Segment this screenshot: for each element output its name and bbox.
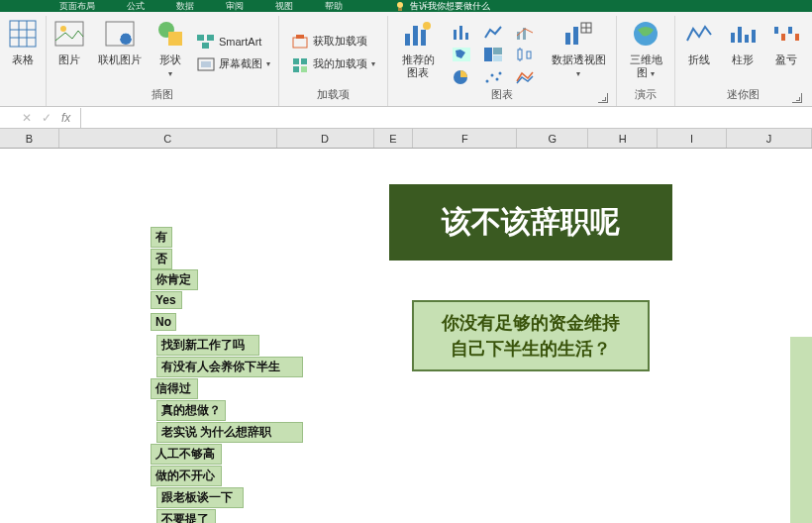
svg-rect-19 <box>296 35 304 39</box>
ribbon-tab[interactable]: 审阅 <box>226 0 244 12</box>
sheet-cell[interactable]: 找到新工作了吗 <box>156 335 259 356</box>
sheet-cell[interactable]: 否 <box>151 249 172 269</box>
picture-icon <box>53 18 85 50</box>
sheet-cell[interactable]: 不要提了 <box>156 509 216 523</box>
svg-point-44 <box>496 78 499 81</box>
col-header[interactable]: I <box>658 129 727 148</box>
recommended-charts-button[interactable]: 推荐的 图表 <box>394 18 442 79</box>
chevron-down-icon: ▾ <box>168 69 172 78</box>
cancel-icon[interactable]: ✕ <box>22 111 32 125</box>
chevron-down-icon: ▾ <box>371 59 375 68</box>
screenshot-button[interactable]: 屏幕截图 ▾ <box>195 54 272 74</box>
pivotchart-button[interactable]: 数据透视图▾ <box>547 18 610 80</box>
chevron-down-icon: ▾ <box>651 69 655 78</box>
sparkline-winloss-icon <box>770 18 802 50</box>
chevron-down-icon: ▾ <box>576 69 580 78</box>
sparkline-winloss-button[interactable]: 盈亏 <box>768 18 804 66</box>
svg-rect-59 <box>795 34 799 41</box>
sheet-cell[interactable]: 有 <box>151 227 172 248</box>
sparkline-line-button[interactable]: 折线 <box>681 18 717 66</box>
svg-rect-23 <box>301 66 307 72</box>
col-header[interactable]: G <box>517 129 588 148</box>
svg-rect-18 <box>293 38 307 48</box>
scatter-chart-icon[interactable] <box>481 67 505 87</box>
get-addins-label: 获取加载项 <box>313 34 367 49</box>
shapes-button[interactable]: 形状▾ <box>153 18 187 80</box>
lightbulb-icon <box>394 0 406 12</box>
shapes-label: 形状 <box>159 53 181 65</box>
col-header[interactable]: D <box>277 129 374 148</box>
sheet-cell[interactable]: 老实说 为什么想辞职 <box>156 422 303 443</box>
formula-input[interactable] <box>80 108 812 128</box>
sheet-cell[interactable]: 跟老板谈一下 <box>156 487 244 508</box>
picture-label: 图片 <box>58 53 80 66</box>
addins-icon <box>291 55 309 73</box>
sheet-cell[interactable]: 人工不够高 <box>151 444 222 465</box>
get-addins-button[interactable]: 获取加载项 <box>289 32 377 52</box>
sheet-cell[interactable]: 信得过 <box>151 378 198 399</box>
combo-chart-icon[interactable] <box>513 22 537 42</box>
sheet-cell[interactable]: Yes <box>151 291 182 309</box>
smartart-label: SmartArt <box>219 36 261 48</box>
svg-rect-46 <box>565 33 570 45</box>
group-label-demo: 演示 <box>635 88 657 100</box>
sheet-cell[interactable]: 你肯定 <box>151 269 198 290</box>
sheet-cell[interactable]: 真的想做？ <box>156 400 226 421</box>
col-header[interactable]: C <box>59 129 277 148</box>
ribbon-tab[interactable]: 公式 <box>127 0 145 12</box>
my-addins-button[interactable]: 我的加载项 ▾ <box>289 54 377 74</box>
svg-rect-7 <box>55 22 83 46</box>
svg-rect-29 <box>459 26 462 40</box>
dialog-launcher-icon[interactable] <box>598 93 608 103</box>
pie-chart-icon[interactable] <box>450 67 473 87</box>
svg-point-42 <box>486 80 489 83</box>
col-header[interactable]: F <box>413 129 517 148</box>
map-chart-icon[interactable] <box>450 45 473 64</box>
picture-button[interactable]: 图片 <box>52 18 86 66</box>
smartart-button[interactable]: SmartArt <box>195 32 272 52</box>
sheet-cell[interactable]: 有没有人会养你下半生 <box>156 357 303 377</box>
svg-point-27 <box>423 22 431 30</box>
online-pictures-button[interactable]: 联机图片 <box>94 18 146 66</box>
window-titlebar: 页面布局 公式 数据 审阅 视图 帮助 告诉我你想要做什么 <box>0 0 812 12</box>
sparkline-column-button[interactable]: 柱形 <box>725 18 761 66</box>
col-header[interactable]: H <box>588 129 658 148</box>
fx-icon[interactable]: fx <box>61 111 70 125</box>
dialog-launcher-icon[interactable] <box>792 93 802 103</box>
sheet-cell[interactable]: No <box>151 313 176 331</box>
shapes-icon <box>154 18 186 50</box>
tell-me-input[interactable]: 告诉我你想要做什么 <box>394 0 490 12</box>
svg-rect-54 <box>745 35 749 43</box>
svg-rect-53 <box>738 27 742 43</box>
ribbon-tab[interactable]: 数据 <box>176 0 194 12</box>
col-header[interactable]: J <box>727 129 812 148</box>
ribbon-tab[interactable]: 帮助 <box>325 0 343 12</box>
svg-rect-2 <box>10 21 36 47</box>
hierarchy-chart-icon[interactable] <box>481 45 505 64</box>
sparkline-column-icon <box>727 18 759 50</box>
online-pictures-icon <box>104 18 136 50</box>
ribbon-tab[interactable]: 页面布局 <box>59 0 95 12</box>
ribbon: 表格 图片 联机图片 形状▾ <box>0 12 812 107</box>
svg-rect-30 <box>465 33 468 40</box>
col-header[interactable]: B <box>0 129 59 148</box>
question-text: 你没有足够的资金维持 自己下半生的生活？ <box>442 310 620 362</box>
3d-map-label: 三维地 图 <box>630 53 662 78</box>
group-label-addins: 加载项 <box>317 88 350 100</box>
enter-icon[interactable]: ✓ <box>42 111 51 125</box>
surface-chart-icon[interactable] <box>513 67 537 87</box>
sheet-cell[interactable]: 做的不开心 <box>151 466 222 486</box>
worksheet-area[interactable]: 有否你肯定YesNo找到新工作了吗有没有人会养你下半生信得过真的想做？老实说 为… <box>0 149 812 523</box>
svg-rect-1 <box>398 8 402 11</box>
tables-button[interactable]: 表格 <box>6 18 40 66</box>
ribbon-tab[interactable]: 视图 <box>275 0 293 12</box>
column-chart-icon[interactable] <box>450 22 473 42</box>
3d-map-button[interactable]: 三维地 图 ▾ <box>623 18 668 80</box>
tell-me-label: 告诉我你想要做什么 <box>410 0 490 12</box>
line-chart-icon[interactable] <box>481 22 505 42</box>
statistic-chart-icon[interactable] <box>513 45 537 64</box>
side-block <box>790 337 812 523</box>
col-header[interactable]: E <box>374 129 414 148</box>
recommended-charts-label: 推荐的 图表 <box>402 53 435 79</box>
svg-rect-13 <box>197 35 204 41</box>
